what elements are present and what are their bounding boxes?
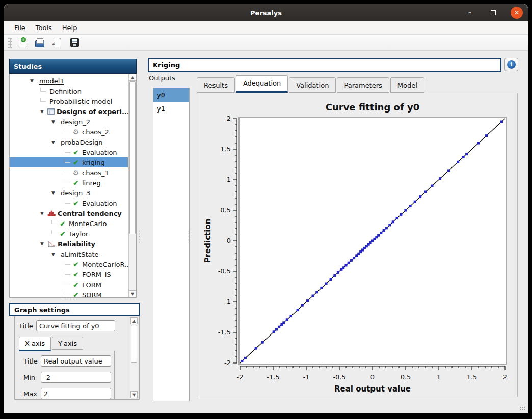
chart-svg: Curve fitting of y0-2-2-1.5-1.5-1-1-0.5-…	[197, 93, 517, 397]
menu-file[interactable]: File	[10, 22, 30, 33]
data-point	[477, 142, 480, 145]
tree-item-montecarlor-[interactable]: ✔MonteCarloR...	[10, 259, 128, 269]
graph-settings-scrollbar[interactable]: ▲ ▼	[130, 317, 138, 398]
graph-settings-scrollbar-thumb[interactable]	[131, 325, 137, 363]
x-tick-label: 1	[437, 373, 441, 381]
tab-adequation[interactable]: Adequation	[236, 75, 288, 93]
tree-item-taylor[interactable]: ✔Taylor	[10, 229, 128, 239]
tree-item-probabilistic-model[interactable]: Probabilistic model	[10, 96, 128, 106]
tree-guide-line	[51, 220, 57, 224]
tree-guide-line	[65, 261, 70, 265]
tab-results[interactable]: Results	[197, 77, 235, 93]
close-button[interactable]: ✕	[511, 7, 523, 19]
tab-validation[interactable]: Validation	[289, 77, 336, 93]
x-axis-max-input[interactable]	[41, 388, 111, 399]
data-point	[462, 156, 465, 158]
x-axis-title-input[interactable]	[41, 355, 111, 367]
new-study-button[interactable]: +	[16, 36, 29, 49]
expander-icon[interactable]: ▼	[40, 241, 47, 246]
x-axis-min-input[interactable]	[41, 372, 111, 383]
maximize-button[interactable]	[487, 7, 499, 19]
tree-item-definition[interactable]: Definition	[10, 86, 128, 96]
tab-x-axis[interactable]: X-axis	[19, 337, 51, 351]
expander-icon[interactable]: ▼	[40, 211, 47, 216]
tree-item-alimitstate[interactable]: ▼aLimitState	[10, 249, 128, 259]
title-bar[interactable]: Persalys – ✕	[4, 4, 528, 21]
tree-item-design-3[interactable]: ▼design_3	[10, 188, 128, 198]
green-check-icon: ✔	[72, 261, 80, 268]
green-check-icon: ✔	[72, 281, 80, 289]
tree-item-kriging[interactable]: ✔kriging	[10, 157, 128, 167]
tree-item-evaluation[interactable]: ✔Evaluation	[10, 198, 128, 208]
tree-item-form[interactable]: ✔FORM	[10, 280, 128, 290]
data-point	[261, 341, 264, 344]
tree-item-design-2[interactable]: ▼design_2	[10, 117, 128, 127]
x-axis-title: Real output value	[334, 384, 411, 394]
y-tick-label: 1.5	[220, 145, 231, 153]
tree-item-probadesign[interactable]: ▼probaDesign	[10, 137, 128, 147]
menu-help[interactable]: Help	[58, 22, 82, 33]
data-point	[337, 271, 339, 274]
tree-guide-line	[65, 291, 70, 295]
tree-item-designs-of-experi-[interactable]: ▼Designs of experi...	[10, 106, 128, 117]
data-point	[342, 266, 344, 269]
model-name-field[interactable]	[148, 58, 501, 72]
tree-item-form-is[interactable]: ✔FORM_IS	[10, 269, 128, 280]
tree-scrollbar[interactable]: ▲ ▼	[128, 74, 136, 297]
expander-icon[interactable]: ▼	[51, 119, 59, 124]
tree-scrollbar-thumb[interactable]	[129, 81, 136, 234]
tab-y-axis[interactable]: Y-axis	[52, 337, 83, 350]
tree-item-chaos-1[interactable]: ⚙chaos_1	[10, 167, 128, 178]
scroll-down-icon[interactable]: ▼	[130, 391, 138, 398]
toolbar-drag-handle[interactable]	[8, 38, 12, 48]
save-study-button[interactable]	[68, 36, 81, 49]
adequation-chart: Curve fitting of y0-2-2-1.5-1.5-1-1-0.5-…	[197, 93, 517, 397]
expander-icon[interactable]: ▼	[51, 252, 59, 257]
resize-grip[interactable]	[520, 406, 525, 411]
x-axis-min-label: Min	[23, 374, 39, 381]
reliability-icon	[47, 241, 56, 247]
expander-icon[interactable]: ▼	[40, 109, 47, 114]
tree-item-linreg[interactable]: ✔linreg	[10, 178, 128, 188]
tree-item-evaluation[interactable]: ✔Evaluation	[10, 147, 128, 157]
output-item-y0[interactable]: y0	[153, 88, 189, 102]
expander-icon[interactable]: ▼	[30, 78, 37, 83]
data-point	[353, 257, 355, 259]
chart-title: Curve fitting of y0	[326, 102, 420, 113]
tree-item-montecarlo[interactable]: ✔MonteCarlo	[10, 218, 128, 229]
scroll-up-icon[interactable]: ▲	[130, 317, 138, 324]
data-point	[424, 191, 427, 193]
tree-item-label: chaos_1	[82, 169, 109, 177]
expander-icon[interactable]: ▼	[51, 190, 59, 195]
outputs-splitter-handle[interactable]: ·····	[185, 230, 192, 244]
info-button[interactable]: i	[504, 58, 518, 71]
tree-item-central-tendency[interactable]: ▼Central tendency	[10, 208, 128, 218]
data-point	[333, 274, 336, 277]
tree-item-label: FORM_IS	[82, 271, 111, 278]
tree-guide-line	[65, 281, 70, 285]
expander-icon[interactable]: ▼	[51, 139, 59, 145]
data-point	[439, 177, 441, 180]
tree-guide-line	[51, 230, 57, 234]
tab-model[interactable]: Model	[390, 77, 424, 93]
import-script-button[interactable]: ↲	[50, 36, 64, 49]
tree-item-chaos-2[interactable]: ⚙chaos_2	[10, 127, 128, 137]
tab-parameters[interactable]: Parameters	[337, 77, 389, 93]
open-study-button[interactable]	[33, 36, 46, 49]
output-item-y1[interactable]: y1	[153, 102, 189, 116]
tree-guide-line	[40, 98, 46, 102]
tree-item-reliability[interactable]: ▼Reliability	[10, 239, 128, 249]
graph-title-input[interactable]	[36, 320, 115, 331]
menu-tools[interactable]: Tools	[32, 22, 56, 33]
tree-guide-line	[65, 149, 70, 153]
minimize-button[interactable]: –	[464, 7, 476, 19]
data-point	[312, 295, 314, 297]
tree-item-model1[interactable]: ▼model1	[10, 76, 128, 86]
left-splitter-handle[interactable]: ·····	[136, 230, 143, 244]
tree-item-label: Designs of experi...	[57, 108, 129, 116]
horizontal-splitter-handle[interactable]: ·····	[64, 296, 78, 302]
scroll-up-icon[interactable]: ▲	[129, 74, 136, 81]
scroll-down-icon[interactable]: ▼	[129, 290, 136, 297]
data-point	[345, 264, 348, 267]
main-content: Studies ▼model1DefinitionProbabilistic m…	[4, 51, 528, 413]
